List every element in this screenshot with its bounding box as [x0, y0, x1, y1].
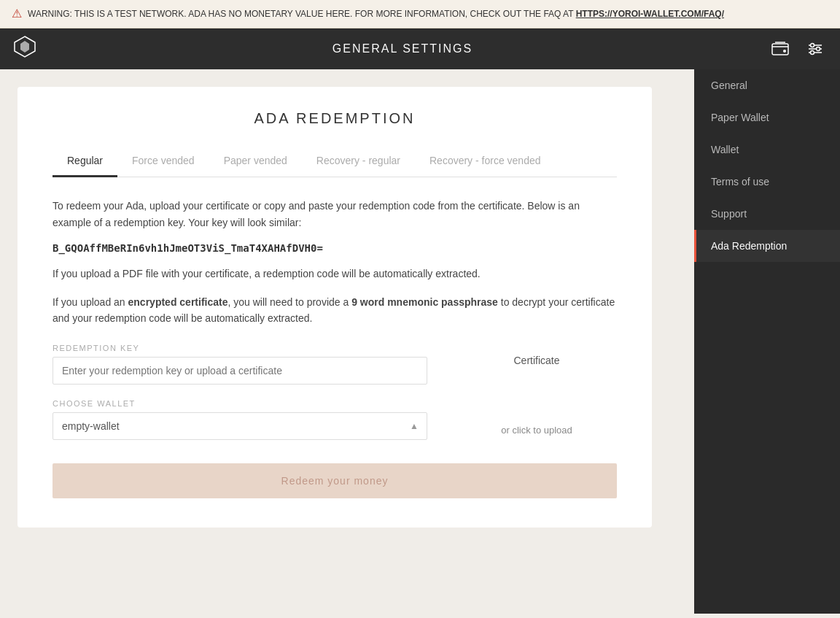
- sidebar-item-terms-of-use[interactable]: Terms of use: [694, 166, 840, 198]
- sidebar-item-wallet[interactable]: Wallet: [694, 134, 840, 166]
- sidebar-item-ada-redemption[interactable]: Ada Redemption: [694, 230, 840, 262]
- wallet-select[interactable]: empty-wallet: [52, 412, 427, 440]
- certificate-label: Certificate: [513, 355, 559, 366]
- tab-recovery-force-vended[interactable]: Recovery - force vended: [415, 147, 556, 177]
- sidebar-item-paper-wallet[interactable]: Paper Wallet: [694, 101, 840, 134]
- app-logo: [12, 34, 38, 64]
- svg-point-6: [816, 47, 820, 51]
- warning-bar: ⚠ WARNING: THIS IS A TEST NETWORK. ADA H…: [0, 0, 840, 28]
- choose-wallet-label: CHOOSE WALLET: [52, 399, 427, 408]
- warning-link[interactable]: HTTPS://YOROI-WALLET.COM/FAQ/: [576, 9, 724, 19]
- pdf-text: If you upload a PDF file with your certi…: [52, 266, 617, 282]
- header-icons: [767, 36, 828, 62]
- sidebar: General Paper Wallet Wallet Terms of use…: [694, 69, 840, 614]
- wallet-select-wrapper: empty-wallet ▲: [52, 412, 427, 440]
- tab-paper-vended[interactable]: Paper vended: [209, 147, 302, 177]
- form-area: REDEMPTION KEY CHOOSE WALLET empty-walle…: [52, 344, 617, 440]
- header: GENERAL SETTINGS: [0, 28, 840, 69]
- redeem-button[interactable]: Redeem your money: [52, 463, 617, 498]
- svg-point-7: [810, 51, 814, 55]
- redemption-key-label: REDEMPTION KEY: [52, 344, 427, 352]
- example-key: B_GQOAffMBeRIn6vh1hJmeOT3ViS_TmaT4XAHAfD…: [52, 242, 617, 254]
- certificate-upload-area[interactable]: Certificate or click to upload: [456, 344, 617, 440]
- page-title: GENERAL SETTINGS: [332, 42, 472, 55]
- ada-redemption-card: ADA REDEMPTION Regular Force vended Pape…: [18, 87, 652, 528]
- tabs-container: Regular Force vended Paper vended Recove…: [52, 147, 617, 177]
- card-title: ADA REDEMPTION: [52, 110, 617, 127]
- wallet-icon-btn[interactable]: [767, 36, 793, 62]
- main-layout: ADA REDEMPTION Regular Force vended Pape…: [0, 69, 840, 614]
- settings-icon-btn[interactable]: [802, 36, 828, 62]
- sidebar-item-general[interactable]: General: [694, 69, 840, 101]
- tab-regular[interactable]: Regular: [52, 147, 117, 177]
- svg-rect-0: [772, 44, 788, 55]
- sidebar-item-support[interactable]: Support: [694, 198, 840, 230]
- warning-icon: ⚠: [12, 6, 22, 22]
- form-left: REDEMPTION KEY CHOOSE WALLET empty-walle…: [52, 344, 427, 440]
- svg-point-5: [810, 44, 814, 47]
- tab-recovery-regular[interactable]: Recovery - regular: [302, 147, 415, 177]
- tab-force-vended[interactable]: Force vended: [117, 147, 209, 177]
- warning-text: WARNING: THIS IS A TEST NETWORK. ADA HAS…: [28, 8, 724, 20]
- encrypted-cert-bold: encrypted certificate: [128, 296, 228, 308]
- redemption-key-input[interactable]: [52, 357, 427, 385]
- svg-point-1: [783, 50, 786, 53]
- content-area: ADA REDEMPTION Regular Force vended Pape…: [0, 69, 694, 614]
- mnemonic-bold: 9 word mnemonic passphrase: [351, 296, 498, 308]
- intro-text: To redeem your Ada, upload your certific…: [52, 198, 617, 231]
- upload-text: or click to upload: [501, 425, 572, 436]
- encrypted-text: If you upload an encrypted certificate, …: [52, 294, 617, 327]
